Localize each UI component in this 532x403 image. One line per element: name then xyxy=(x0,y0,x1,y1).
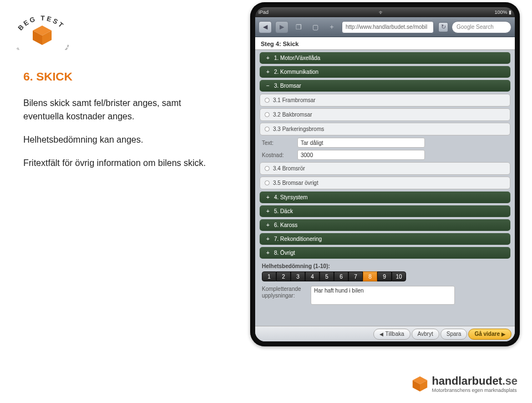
plus-icon: + xyxy=(265,236,271,242)
accordion-item-kaross[interactable]: +6. Kaross xyxy=(260,219,510,231)
accordion-item-kommunikation[interactable]: +2. Kommunikation xyxy=(260,66,510,78)
footer-brand-name: handlarbudet.se xyxy=(432,375,518,387)
status-device: iPad xyxy=(259,9,268,15)
accordion-item-dack[interactable]: +5. Däck xyxy=(260,205,510,217)
section-heading: 6. SKICK xyxy=(23,70,217,83)
accordion-item-rekond[interactable]: +7. Rekonditionering xyxy=(260,233,510,245)
plus-icon: + xyxy=(265,222,271,228)
accordion-label: 7. Rekonditionering xyxy=(274,236,322,242)
plus-icon: + xyxy=(265,194,271,200)
cost-field-row: Kostnad: 3000 xyxy=(262,150,508,160)
sub-label: 3.5 Bromsar övrigt xyxy=(273,180,318,186)
text-field-row: Text: Tar dåligt xyxy=(262,138,508,148)
sub-item[interactable]: 3.5 Bromsar övrigt xyxy=(260,177,510,189)
button-label: Avbryt xyxy=(418,331,433,337)
safari-toolbar: ◀ ▶ ❐ ▢ ＋ http://www.handlarbudet.se/mob… xyxy=(255,17,515,37)
radio-icon xyxy=(265,98,270,103)
rating-cell[interactable]: 1 xyxy=(262,271,276,281)
search-field[interactable]: Google Search xyxy=(452,21,511,33)
bookmarks-icon[interactable]: ▢ xyxy=(308,21,322,33)
sub-label: 3.4 Bromsrör xyxy=(273,165,305,172)
plus-icon: + xyxy=(265,55,271,61)
text-input[interactable]: Tar dåligt xyxy=(297,138,425,148)
radio-icon xyxy=(265,180,270,185)
instruction-paragraph: Bilens skick samt fel/brister anges, sam… xyxy=(23,97,217,123)
cancel-button[interactable]: Avbryt xyxy=(412,329,439,340)
accordion-label: 6. Kaross xyxy=(274,222,297,228)
svg-text:Ett komplett test- & värdering: Ett komplett test- & värderingsverktyg f… xyxy=(16,44,69,50)
brand-logo-top: BEG TEST Ett komplett test- & värderings… xyxy=(9,6,75,50)
instructions-panel: 6. SKICK Bilens skick samt fel/brister a… xyxy=(23,70,217,180)
sub-list-bromsar: 3.1 Frambromsar 3.2 Bakbromsar 3.3 Parke… xyxy=(260,94,510,135)
rating-cell[interactable]: 4 xyxy=(305,271,320,281)
rating-cell[interactable]: 9 xyxy=(377,271,392,281)
cube-icon xyxy=(412,376,428,392)
rating-cell-selected[interactable]: 8 xyxy=(363,271,377,281)
sub-list-bromsar-2: 3.4 Bromsrör 3.5 Bromsar övrigt xyxy=(260,162,510,189)
rating-label: Helhetsbedömning (1-10): xyxy=(262,263,508,269)
button-label: Spara xyxy=(447,331,462,337)
sub-item[interactable]: 3.4 Bromsrör xyxy=(260,162,510,175)
ipad-frame: iPad ᯤ 100% ▮ ◀ ▶ ❐ ▢ ＋ http://www.handl… xyxy=(250,2,520,346)
cost-input[interactable]: 3000 xyxy=(297,150,425,160)
accordion-label: 8. Övrigt xyxy=(274,250,295,256)
button-label: Gå vidare xyxy=(474,331,500,337)
back-button[interactable]: ◀Tillbaka xyxy=(373,329,410,340)
sub-item[interactable]: 3.2 Bakbromsar xyxy=(260,108,510,121)
logo-svg: BEG TEST Ett komplett test- & värderings… xyxy=(12,6,73,50)
forward-button[interactable]: ▶ xyxy=(275,21,288,33)
rating-cell[interactable]: 2 xyxy=(276,271,291,281)
step-title: Steg 4: Skick xyxy=(255,37,515,50)
wifi-icon: ᯤ xyxy=(379,9,384,16)
chevron-right-icon: ▶ xyxy=(501,331,505,337)
instruction-paragraph: Helhetsbedömning kan anges. xyxy=(23,133,217,147)
save-button[interactable]: Spara xyxy=(440,329,468,340)
footer-tagline: Motorbranschens egen marknadsplats xyxy=(432,387,518,393)
radio-icon xyxy=(265,166,270,171)
status-battery: 100% ▮ xyxy=(494,9,511,15)
back-button[interactable]: ◀ xyxy=(259,21,272,33)
cost-label: Kostnad: xyxy=(262,152,293,158)
rating-cell[interactable]: 3 xyxy=(291,271,305,281)
plus-icon: + xyxy=(265,69,271,75)
url-field[interactable]: http://www.handlarbudet.se/mobil xyxy=(342,21,434,33)
rating-cell[interactable]: 7 xyxy=(348,271,363,281)
complement-row: Kompletterande upplysningar: Har haft hu… xyxy=(262,286,508,305)
sub-label: 3.1 Frambromsar xyxy=(273,97,316,103)
complement-textarea[interactable]: Har haft hund i bilen xyxy=(311,286,455,305)
reload-button[interactable]: ↻ xyxy=(438,22,448,32)
pages-icon[interactable]: ❐ xyxy=(292,21,305,33)
accordion-item-bromsar[interactable]: −3. Bromsar xyxy=(260,80,510,92)
next-button[interactable]: Gå vidare▶ xyxy=(468,329,511,340)
rating-scale: 1 2 3 4 5 6 7 8 9 10 xyxy=(262,271,508,281)
bottom-bar: ◀Tillbaka Avbryt Spara Gå vidare▶ xyxy=(255,326,515,341)
accordion-item-ovrigt[interactable]: +8. Övrigt xyxy=(260,247,510,259)
accordion-label: 2. Kommunikation xyxy=(274,69,318,75)
rating-cell[interactable]: 5 xyxy=(320,271,334,281)
sub-item[interactable]: 3.3 Parkeringsbroms xyxy=(260,123,510,135)
accordion-label: 4. Styrsystem xyxy=(274,194,308,200)
instruction-paragraph: Fritextfält för övrig information om bil… xyxy=(23,157,217,170)
button-label: Tillbaka xyxy=(385,331,404,337)
add-icon[interactable]: ＋ xyxy=(325,21,338,33)
chevron-left-icon: ◀ xyxy=(379,331,383,337)
ios-statusbar: iPad ᯤ 100% ▮ xyxy=(255,7,515,17)
minus-icon: − xyxy=(265,83,271,89)
accordion-label: 1. Motor/Växellåda xyxy=(274,55,320,61)
accordion-item-motor[interactable]: +1. Motor/Växellåda xyxy=(260,52,510,64)
rating-cell[interactable]: 10 xyxy=(392,271,406,281)
sub-item[interactable]: 3.1 Frambromsar xyxy=(260,94,510,107)
brand-logo-footer: handlarbudet.se Motorbranschens egen mar… xyxy=(412,375,518,393)
sub-label: 3.2 Bakbromsar xyxy=(273,112,312,118)
sub-label: 3.3 Parkeringsbroms xyxy=(273,126,324,132)
plus-icon: + xyxy=(265,250,271,256)
radio-icon xyxy=(265,127,270,132)
app-body: Steg 4: Skick +1. Motor/Växellåda +2. Ko… xyxy=(255,37,515,341)
accordion-label: 3. Bromsar xyxy=(274,83,301,89)
plus-icon: + xyxy=(265,208,271,214)
complement-label: Kompletterande upplysningar: xyxy=(262,286,306,305)
ipad-screen: iPad ᯤ 100% ▮ ◀ ▶ ❐ ▢ ＋ http://www.handl… xyxy=(255,7,515,341)
accordion-label: 5. Däck xyxy=(274,208,293,214)
accordion-item-styrsystem[interactable]: +4. Styrsystem xyxy=(260,192,510,203)
rating-cell[interactable]: 6 xyxy=(334,271,348,281)
